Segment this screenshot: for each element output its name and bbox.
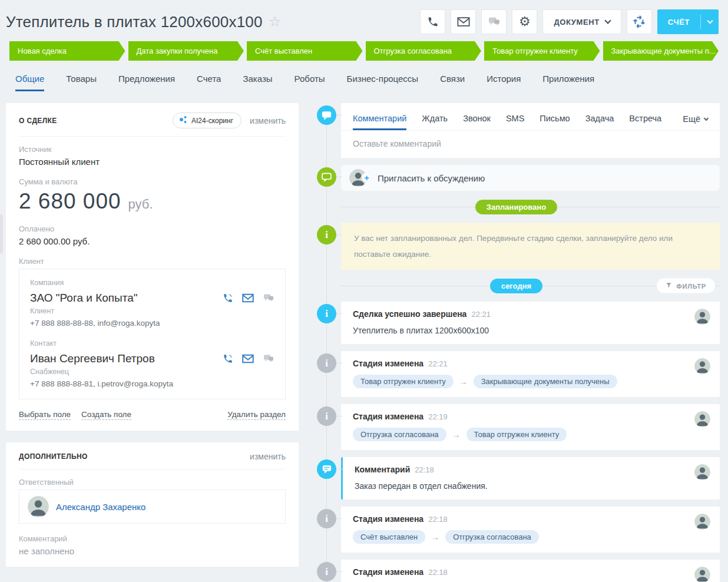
comment-bubble-icon bbox=[317, 105, 336, 125]
gear-icon: ⚙ bbox=[519, 15, 531, 28]
timeline-card[interactable]: Стадия изменена 22:19 Отгрузка согласова… bbox=[341, 404, 720, 450]
sync-arrows-icon bbox=[633, 15, 646, 28]
composer-more-menu[interactable]: Ещё bbox=[683, 114, 708, 126]
timeline-card[interactable]: Сделка успешно завершена 22:21 Утеплител… bbox=[341, 302, 720, 344]
composer-tab-email[interactable]: Письмо bbox=[540, 110, 570, 130]
edit-section-link[interactable]: изменить bbox=[250, 452, 286, 461]
email-button[interactable] bbox=[451, 9, 476, 34]
deal-currency: руб. bbox=[128, 197, 153, 212]
client-card: Компания ЗАО "Рога и Копыта" Клиент +7 8… bbox=[19, 269, 286, 399]
invoice-button[interactable]: СЧЁТ bbox=[657, 9, 719, 34]
avatar bbox=[694, 309, 710, 325]
info-icon: i bbox=[317, 225, 336, 244]
invoice-dropdown-toggle[interactable] bbox=[701, 9, 719, 34]
tab-relations[interactable]: Связи bbox=[440, 74, 465, 91]
section-title: ДОПОЛНИТЕЛЬНО bbox=[19, 452, 88, 461]
today-badge: сегодня bbox=[490, 279, 542, 293]
chat-bubbles-icon[interactable] bbox=[263, 354, 274, 363]
field-label: Сумма и валюта bbox=[19, 177, 286, 186]
envelope-icon[interactable] bbox=[242, 354, 254, 363]
edit-section-link[interactable]: изменить bbox=[250, 116, 286, 125]
composer-tab-comment[interactable]: Комментарий bbox=[353, 110, 406, 130]
stage-item[interactable]: Счёт выставлен bbox=[247, 41, 363, 61]
paid-field: Оплачено 2 680 000.00 руб. bbox=[19, 224, 286, 246]
composer-tab-call[interactable]: Звонок bbox=[463, 110, 491, 130]
composer-tab-sms[interactable]: SMS bbox=[506, 110, 524, 130]
composer-tab-meeting[interactable]: Встреча bbox=[629, 110, 661, 130]
stage-chip-from: Счёт выставлен bbox=[353, 530, 425, 544]
tab-robots[interactable]: Роботы bbox=[294, 74, 325, 91]
field-value: Постоянный клиент bbox=[19, 157, 286, 167]
composer-tab-wait[interactable]: Ждать bbox=[422, 110, 448, 130]
contact-name[interactable]: Иван Сергеевич Петров bbox=[30, 352, 155, 365]
responsible-name[interactable]: Александр Захаренко bbox=[56, 502, 145, 512]
source-field: Источник Постоянный клиент bbox=[19, 145, 286, 167]
contact-label: Контакт bbox=[30, 339, 274, 348]
left-edge-strip bbox=[0, 214, 3, 253]
invite-to-discussion[interactable]: + Пригласить к обсуждению bbox=[341, 165, 720, 191]
comment-input[interactable]: Оставьте комментарий bbox=[353, 131, 708, 158]
stage-item[interactable]: Дата закупки получена bbox=[128, 41, 244, 61]
tab-quotes[interactable]: Предложения bbox=[118, 74, 175, 91]
automation-button[interactable] bbox=[627, 9, 652, 34]
tab-orders[interactable]: Заказы bbox=[243, 74, 272, 91]
envelope-icon[interactable] bbox=[242, 293, 254, 303]
timeline-card[interactable]: Стадия изменена 22:21 Товар отгружен кли… bbox=[341, 351, 720, 397]
info-icon: i bbox=[317, 406, 336, 426]
stage-item[interactable]: Отгрузка согласована bbox=[366, 41, 482, 61]
field-label: Клиент bbox=[19, 257, 286, 266]
ai-scoring-badge[interactable]: AI24-скоринг bbox=[173, 113, 241, 128]
stage-item[interactable]: Закрывающие документы п... bbox=[603, 41, 719, 61]
plus-icon: + bbox=[362, 173, 372, 183]
timeline-card[interactable]: Стадия изменена 22:18 Счёт выставлен → О… bbox=[341, 507, 720, 553]
tab-invoices[interactable]: Счета bbox=[197, 74, 221, 91]
create-field-link[interactable]: Создать поле bbox=[81, 410, 131, 420]
field-value: 2 680 000.00 руб. bbox=[19, 236, 286, 246]
entry-title: Стадия изменена bbox=[353, 567, 423, 577]
timeline-card[interactable]: Стадия изменена 22:18 bbox=[341, 560, 720, 582]
phone-icon[interactable] bbox=[223, 353, 233, 364]
tab-history[interactable]: История bbox=[487, 74, 521, 91]
delete-section-link[interactable]: Удалить раздел bbox=[227, 410, 286, 420]
section-title: О СДЕЛКЕ bbox=[19, 117, 57, 125]
avatar bbox=[28, 496, 49, 517]
tab-business-processes[interactable]: Бизнес-процессы bbox=[347, 74, 419, 91]
document-button[interactable]: ДОКУМЕНТ bbox=[542, 9, 621, 34]
divider bbox=[19, 469, 286, 469]
entry-time: 22:18 bbox=[415, 465, 434, 474]
filter-button[interactable]: ФИЛЬТР bbox=[657, 279, 715, 293]
stage-item[interactable]: Новая сделка bbox=[9, 41, 125, 61]
tab-apps[interactable]: Приложения bbox=[542, 74, 594, 91]
composer-tab-task[interactable]: Задача bbox=[585, 110, 614, 130]
chevron-down-icon bbox=[704, 115, 709, 120]
timeline-entry: i Стадия изменена 22:18 Счёт выставлен →… bbox=[313, 507, 720, 553]
phone-icon[interactable] bbox=[223, 293, 233, 303]
timeline-card[interactable]: Комментарий 22:18 Заказ передан в отдел … bbox=[341, 457, 720, 500]
avatar bbox=[694, 411, 710, 427]
client-field: Клиент Компания ЗАО "Рога и Копыта" Клие… bbox=[19, 257, 286, 399]
stage-item[interactable]: Товар отгружен клиенту bbox=[484, 41, 600, 61]
page-header: Утеплитель в плитах 1200x600x100 ☆ ⚙ ДОК… bbox=[0, 0, 728, 38]
settings-button[interactable]: ⚙ bbox=[512, 9, 537, 34]
document-button-label: ДОКУМЕНТ bbox=[554, 18, 599, 27]
favorite-star-icon[interactable]: ☆ bbox=[269, 15, 282, 29]
entry-time: 22:18 bbox=[428, 515, 448, 524]
tab-general[interactable]: Общие bbox=[15, 74, 44, 91]
entry-time: 22:21 bbox=[471, 310, 491, 319]
deal-info-column: О СДЕЛКЕ AI24-скоринг изменить Источник … bbox=[6, 103, 299, 567]
company-name[interactable]: ЗАО "Рога и Копыта" bbox=[30, 292, 138, 305]
activity-composer: Комментарий Ждать Звонок SMS Письмо Зада… bbox=[341, 103, 720, 158]
tab-products[interactable]: Товары bbox=[66, 74, 97, 91]
chat-bubbles-icon[interactable] bbox=[263, 293, 274, 303]
entry-title: Комментарий bbox=[355, 465, 410, 474]
call-button[interactable] bbox=[420, 9, 445, 34]
timeline-column: Комментарий Ждать Звонок SMS Письмо Зада… bbox=[313, 103, 720, 582]
page-title: Утеплитель в плитах 1200x600x100 bbox=[6, 13, 263, 31]
today-divider: сегодня ФИЛЬТР bbox=[313, 278, 720, 293]
contact-position: Снабженец bbox=[30, 368, 274, 376]
planned-divider: Запланировано bbox=[313, 199, 720, 214]
stage-chip-to: Закрывающие документы получены bbox=[474, 375, 617, 388]
select-field-link[interactable]: Выбрать поле bbox=[19, 410, 71, 420]
entry-time: 22:19 bbox=[428, 412, 448, 421]
chat-button[interactable] bbox=[481, 9, 507, 34]
